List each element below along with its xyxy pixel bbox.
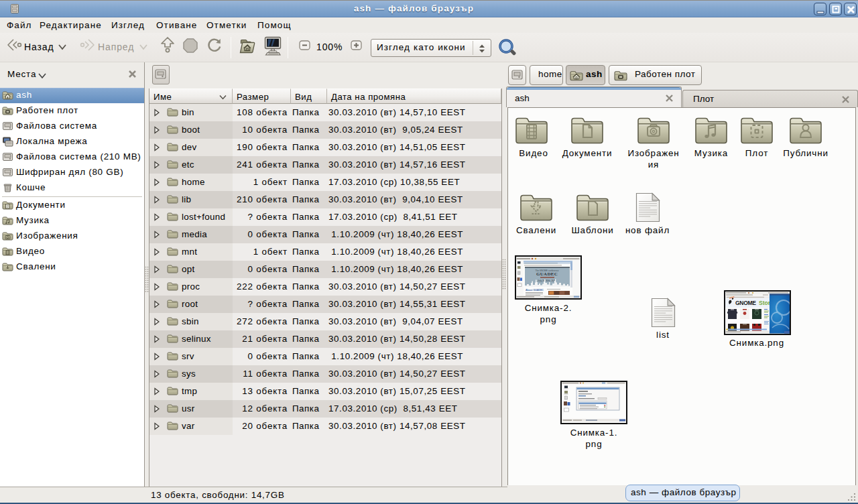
svg-text:GNOME: GNOME (735, 300, 756, 306)
svg-text:GUADEC: GUADEC (536, 271, 558, 277)
svg-text:About GUADEC: About GUADEC (526, 289, 544, 292)
svg-text:July 24-30th, 2010: July 24-30th, 2010 (538, 279, 556, 282)
